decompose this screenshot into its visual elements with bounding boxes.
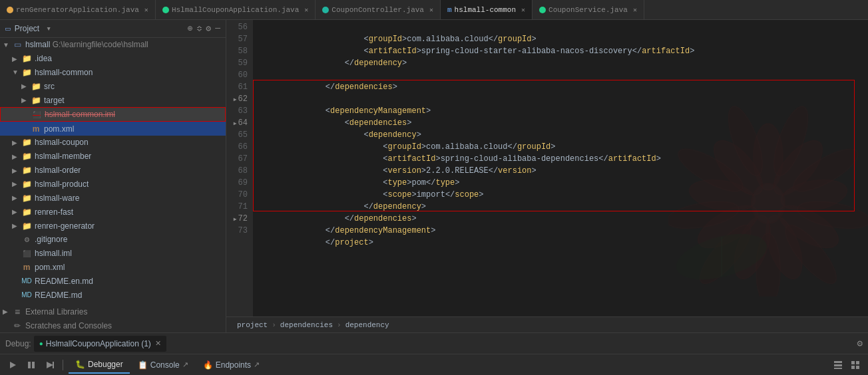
icon-hslmall-iml: ⬛ [21,248,32,259]
label-hslmall-ware: hslmall-ware [35,193,79,203]
tab-rengenerator[interactable]: renGeneratorApplication.java ✕ [0,0,156,19]
arrow-hslmall-root: ▼ [3,41,12,49]
close-tab-coupon-ctrl[interactable]: ✕ [429,6,433,14]
label-target: target [44,96,65,105]
sidebar-item-hslmall-ware[interactable]: ▶ 📁 hslmall-ware [0,191,226,205]
sidebar-item-renren-generator[interactable]: ▶ 📁 renren-generator [0,219,226,233]
sidebar-item-hslmall-member[interactable]: ▶ 📁 hslmall-member [0,150,226,164]
right-toolbar [831,358,863,372]
debug-app-icon: ● [39,340,43,347]
ln-64: 64 [226,117,248,129]
tab-icon-rengenerator [7,7,13,13]
sidebar-item-external-libraries[interactable]: ▶ ≡ External Libraries [0,305,226,318]
close-tab-coupon-app[interactable]: ✕ [304,6,308,14]
code-container: 56 57 58 59 60 61 62 63 64 65 66 67 68 6… [226,20,868,316]
icon-ext-libs: ≡ [12,307,23,317]
tab-label-coupon-service: CouponService.java [548,6,628,14]
icon-pom-root: m [21,262,32,273]
close-tab-coupon-service[interactable]: ✕ [633,6,637,14]
icon-renren-generator: 📁 [21,221,32,231]
sidebar-item-renren-fast[interactable]: ▶ 📁 renren-fast [0,205,226,219]
tab-coupon-app[interactable]: HslmallCouponApplication.java ✕ [156,0,316,19]
sidebar-icon-3[interactable]: ⚙ [206,23,211,34]
icon-src: 📁 [31,81,41,92]
label-scratches: Scratches and Consoles [25,321,112,330]
breadcrumb-dependencies[interactable]: dependencies [280,321,333,329]
sidebar-item-target[interactable]: ▶ 📁 target [0,93,226,107]
tab-label-coupon-ctrl: CouponController.java [331,6,424,14]
close-debug-tab[interactable]: ✕ [155,339,161,348]
sidebar-item-hslmall-order[interactable]: ▶ 📁 hslmall-order [0,164,226,178]
sidebar: ▭ Project ▾ ⊕ ≎ ⚙ — ▼ ▭ hslmall G:\learn… [0,20,226,332]
tab-icon-hslmall-common: m [447,6,452,14]
svg-rect-25 [53,362,54,368]
debug-app-tab[interactable]: ● HslmallCouponApplication (1) ✕ [34,336,166,352]
icon-idea: 📁 [21,53,32,64]
sidebar-icon-1[interactable]: ⊕ [188,23,193,34]
project-icon: ▭ [5,23,11,34]
ln-63: 63 [226,105,248,117]
svg-rect-29 [851,361,855,364]
debug-app-label: HslmallCouponApplication (1) [46,339,151,348]
toolbar-right-1[interactable] [831,358,845,372]
tab-debugger[interactable]: 🐛 Debugger [69,356,130,374]
sidebar-item-pom-root[interactable]: m pom.xml [0,261,226,275]
svg-rect-23 [32,362,35,368]
ln-65: 65 [226,129,248,141]
sidebar-item-readme[interactable]: MD README.md [0,288,226,302]
toolbar-btn-2[interactable] [24,358,39,372]
dropdown-icon[interactable]: ▾ [46,23,51,34]
sidebar-item-hslmall-iml[interactable]: ⬛ hslmall.iml [0,247,226,261]
endpoints-arrow: ↗ [254,360,260,369]
sidebar-item-scratches[interactable]: ✏ Scratches and Consoles [0,318,226,332]
bottom-debug-bar: Debug: ● HslmallCouponApplication (1) ✕ … [0,332,868,354]
sidebar-item-src[interactable]: ▶ 📁 src [0,79,226,93]
sidebar-item-idea[interactable]: ▶ 📁 .idea [0,52,226,66]
label-renren-generator: renren-generator [35,221,95,231]
toolbar-right-2[interactable] [848,358,863,372]
icon-hslmall-common: 📁 [21,67,32,78]
icon-hslmall-ware: 📁 [21,193,32,203]
close-tab-rengenerator[interactable]: ✕ [144,6,148,14]
sidebar-title: Project [15,24,39,33]
arrow-hslmall-order: ▶ [12,167,21,174]
ln-72: 72 [226,213,248,225]
console-label: Console [150,360,180,370]
sidebar-item-hslmall-product[interactable]: ▶ 📁 hslmall-product [0,178,226,191]
tab-label-hslmall-common: hslmall-common [455,6,516,14]
settings-icon-bottom[interactable]: ⚙ [857,338,863,349]
tab-hslmall-common[interactable]: m hslmall-common ✕ [441,0,533,19]
sidebar-item-hslmall-common[interactable]: ▼ 📁 hslmall-common [0,66,226,80]
label-readme-en: README.en.md [35,277,93,286]
sidebar-item-readme-en[interactable]: MD README.en.md [0,275,226,289]
tab-console[interactable]: 📋 Console ↗ [131,356,195,374]
tab-coupon-service[interactable]: CouponService.java ✕ [533,0,644,19]
sidebar-item-hslmall-coupon[interactable]: ▶ 📁 hslmall-coupon [0,136,226,150]
breadcrumb-project[interactable]: project [237,321,268,329]
tab-icon-coupon-ctrl [322,7,329,13]
sidebar-icon-2[interactable]: ≎ [197,23,202,34]
arrow-target: ▶ [21,96,31,104]
sidebar-icon-4[interactable]: — [215,23,220,34]
toolbar-btn-1[interactable] [5,358,20,372]
arrow-hslmall-product: ▶ [12,180,21,188]
sidebar-item-hslmall-root[interactable]: ▼ ▭ hslmall G:\learningfile\code\hslmall [0,38,226,52]
tab-coupon-ctrl[interactable]: CouponController.java ✕ [316,0,441,19]
arrow-renren-generator: ▶ [12,222,21,229]
sidebar-item-hslmall-common-iml[interactable]: ⬛ hslmall-common.iml [0,107,226,122]
icon-readme: MD [21,290,32,301]
svg-marker-24 [47,362,53,368]
close-tab-hslmall-common[interactable]: ✕ [521,6,525,14]
arrow-hslmall-ware: ▶ [12,194,21,201]
arrow-renren-fast: ▶ [12,208,21,215]
icon-hslmall-product: 📁 [21,179,32,189]
breadcrumb-dependency[interactable]: dependency [345,321,389,329]
ln-62: 62 [226,93,248,105]
code-editor[interactable]: <groupId>com.alibaba.cloud</groupId> <ar… [253,20,868,316]
tab-icon-coupon-service [539,7,546,13]
sidebar-item-pom-common[interactable]: m pom.xml [0,122,226,136]
icon-pom-common: m [31,124,41,134]
sidebar-item-gitignore[interactable]: ⚙ .gitignore [0,233,226,247]
toolbar-btn-3[interactable] [43,358,57,372]
tab-endpoints[interactable]: 🔥 Endpoints ↗ [196,356,266,374]
